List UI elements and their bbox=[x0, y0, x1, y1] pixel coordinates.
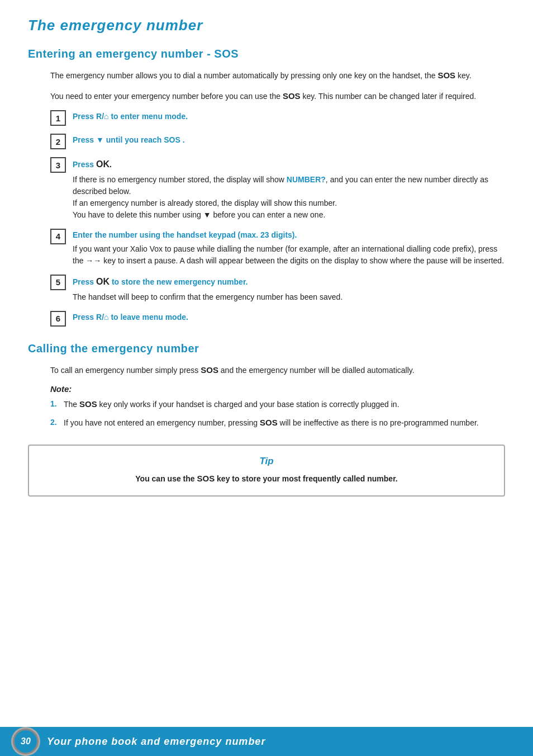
step-list: 1 Press R/⌂ to enter menu mode. 2 Press … bbox=[50, 110, 505, 327]
section1-para1: The emergency number allows you to dial … bbox=[50, 69, 505, 82]
step-5: 5 Press OK to store the new emergency nu… bbox=[50, 275, 505, 303]
section-calling: Calling the emergency number To call an … bbox=[28, 342, 505, 429]
footer-badge-outer: 30 bbox=[11, 727, 40, 756]
step-3-text: Press OK. If there is no emergency numbe… bbox=[73, 157, 505, 221]
tip-text: You can use the SOS key to store your mo… bbox=[42, 472, 491, 485]
step-1-text: Press R/⌂ to enter menu mode. bbox=[73, 110, 188, 122]
footer-text: Your phone book and emergency number bbox=[47, 736, 265, 748]
step-badge-1: 1 bbox=[50, 110, 66, 126]
section2-title: Calling the emergency number bbox=[28, 342, 505, 355]
note-item-1: 1. The SOS key only works if your handse… bbox=[50, 398, 505, 411]
note-item-2: 2. If you have not entered an emergency … bbox=[50, 417, 505, 429]
step-badge-5: 5 bbox=[50, 275, 66, 290]
section1-para2: You need to enter your emergency number … bbox=[50, 90, 505, 103]
step-6-text: Press R/⌂ to leave menu mode. bbox=[73, 311, 188, 323]
step-badge-3: 3 bbox=[50, 157, 66, 173]
footer: 30 Your phone book and emergency number bbox=[0, 727, 533, 756]
section1-title: Entering an emergency number - SOS bbox=[28, 48, 505, 60]
step-1: 1 Press R/⌂ to enter menu mode. bbox=[50, 110, 505, 126]
note-list: 1. The SOS key only works if your handse… bbox=[50, 398, 505, 429]
step-badge-2: 2 bbox=[50, 134, 66, 149]
tip-title: Tip bbox=[42, 456, 491, 467]
section2-para: To call an emergency number simply press… bbox=[50, 364, 505, 377]
step-2: 2 Press ▼ until you reach SOS . bbox=[50, 134, 505, 149]
step-badge-6: 6 bbox=[50, 311, 66, 327]
page-number-badge: 30 bbox=[13, 729, 39, 754]
section-entering: Entering an emergency number - SOS The e… bbox=[28, 48, 505, 327]
page-title: The emergency number bbox=[28, 17, 505, 34]
tip-box: Tip You can use the SOS key to store you… bbox=[28, 445, 505, 497]
step-5-text: Press OK to store the new emergency numb… bbox=[73, 275, 342, 303]
step-3: 3 Press OK. If there is no emergency num… bbox=[50, 157, 505, 221]
step-4: 4 Enter the number using the handset key… bbox=[50, 229, 505, 267]
step-4-text: Enter the number using the handset keypa… bbox=[73, 229, 505, 267]
step-6: 6 Press R/⌂ to leave menu mode. bbox=[50, 311, 505, 327]
note-title: Note: bbox=[50, 384, 505, 394]
step-badge-4: 4 bbox=[50, 229, 66, 244]
step-2-text: Press ▼ until you reach SOS . bbox=[73, 134, 185, 146]
